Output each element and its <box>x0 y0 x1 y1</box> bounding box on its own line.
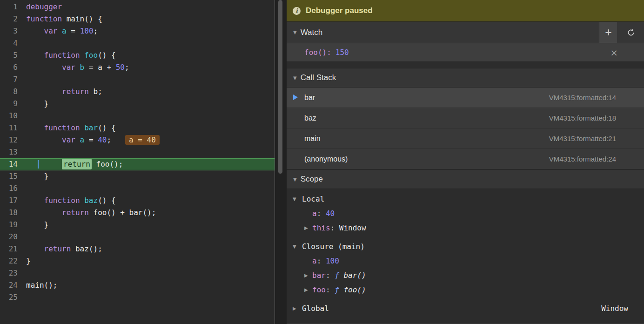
code-token: ; <box>94 27 98 35</box>
callstack-frame[interactable]: bazVM4315:formatted:18 <box>287 108 644 128</box>
execution-token: return <box>62 159 92 169</box>
collapse-triangle-icon[interactable]: ▼ <box>293 30 297 35</box>
code-token: () { <box>98 51 116 60</box>
collapse-triangle-icon[interactable]: ▼ <box>293 244 302 249</box>
watch-section-header[interactable]: ▼ Watch + <box>287 21 644 43</box>
frame-name: baz <box>304 114 316 122</box>
scope-variable[interactable]: ▶bar: ƒ bar() <box>287 268 644 283</box>
line-number[interactable]: 12 <box>0 134 22 146</box>
callstack-frame[interactable]: barVM4315:formatted:14 <box>287 88 644 108</box>
expand-triangle-icon[interactable]: ▶ <box>304 225 312 230</box>
code-line: 8 return b; <box>0 86 275 98</box>
line-number[interactable]: 7 <box>0 74 22 86</box>
code-text <box>22 110 275 122</box>
code-token <box>26 63 62 72</box>
scope-title: Scope <box>301 175 323 184</box>
code-token <box>26 123 44 132</box>
code-token: = <box>67 27 80 35</box>
line-number[interactable]: 9 <box>0 98 22 110</box>
line-number[interactable]: 19 <box>0 219 22 231</box>
variable-name: bar <box>312 271 326 280</box>
code-text: return foo(); <box>22 159 275 170</box>
panel-splitter[interactable] <box>275 0 287 324</box>
line-number[interactable]: 13 <box>0 146 22 158</box>
scope-section-toggle[interactable]: ▼Closure (main) <box>287 239 644 254</box>
line-number[interactable]: 1 <box>0 1 22 13</box>
code-line: 10 <box>0 110 275 122</box>
code-token: 40 <box>98 135 107 144</box>
code-line: 24main(); <box>0 279 275 291</box>
line-number[interactable]: 14 <box>0 159 22 170</box>
code-text: var a = 40;a = 40 <box>22 134 275 146</box>
code-token: bar <box>84 123 98 132</box>
variable-value: Window <box>339 223 366 232</box>
callstack-title: Call Stack <box>301 73 336 82</box>
current-frame-icon <box>293 94 304 102</box>
line-number[interactable]: 2 <box>0 13 22 25</box>
variable-name: a <box>312 209 317 218</box>
line-number[interactable]: 20 <box>0 231 22 243</box>
remove-watch-icon[interactable]: × <box>610 47 618 58</box>
code-token: main(); <box>26 281 57 290</box>
add-watch-button[interactable]: + <box>599 22 618 43</box>
line-number[interactable]: 17 <box>0 195 22 207</box>
code-token <box>26 51 44 60</box>
code-text: } <box>22 255 275 267</box>
source-editor-pane: 1debugger2function main() {3 var a = 100… <box>0 0 275 324</box>
callstack-title-wrap: ▼ Call Stack <box>287 68 336 87</box>
line-number[interactable]: 6 <box>0 61 22 74</box>
collapse-triangle-icon[interactable]: ▼ <box>293 177 297 182</box>
collapse-triangle-icon[interactable]: ▼ <box>293 196 302 202</box>
info-icon: i <box>293 7 301 15</box>
line-number[interactable]: 10 <box>0 110 22 122</box>
line-number[interactable]: 3 <box>0 25 22 37</box>
collapse-triangle-icon[interactable]: ▼ <box>293 75 297 81</box>
watch-expression-row[interactable]: foo():150× <box>287 43 644 62</box>
code-line: 2function main() { <box>0 13 275 25</box>
line-number[interactable]: 15 <box>0 170 22 182</box>
variable-name: this <box>312 223 330 232</box>
line-number[interactable]: 23 <box>0 267 22 279</box>
line-number[interactable]: 4 <box>0 37 22 49</box>
code-text <box>22 37 275 49</box>
code-text: function main() { <box>22 13 275 25</box>
callstack-frame[interactable]: mainVM4315:formatted:21 <box>287 128 644 149</box>
expand-triangle-icon[interactable]: ▶ <box>293 306 302 311</box>
refresh-watch-button[interactable] <box>618 22 644 43</box>
code-editor[interactable]: 1debugger2function main() {3 var a = 100… <box>0 1 275 304</box>
line-number[interactable]: 18 <box>0 207 22 219</box>
code-token: main() { <box>62 14 102 23</box>
line-number[interactable]: 11 <box>0 122 22 134</box>
scope-section-header[interactable]: ▼ Scope <box>287 169 644 189</box>
line-number[interactable]: 16 <box>0 182 22 195</box>
code-token <box>57 27 62 35</box>
scope-section-toggle[interactable]: ▼Local <box>287 192 644 206</box>
variable-value: 40 <box>326 209 335 218</box>
line-number[interactable]: 21 <box>0 243 22 255</box>
scope-section-toggle[interactable]: ▶GlobalWindow <box>287 301 644 316</box>
code-token <box>26 135 62 144</box>
code-token: b <box>80 63 85 72</box>
variable-value: bar() <box>339 271 366 280</box>
line-number[interactable]: 8 <box>0 86 22 98</box>
line-number[interactable]: 24 <box>0 279 22 291</box>
code-line: 16 <box>0 182 275 195</box>
code-token: var <box>44 27 58 35</box>
code-token: return <box>62 87 89 96</box>
callstack-frame[interactable]: (anonymous)VM4315:formatted:24 <box>287 149 644 169</box>
line-number[interactable]: 5 <box>0 49 22 61</box>
scope-variable[interactable]: ▶foo: ƒ foo() <box>287 283 644 297</box>
scope-section: ▼Locala: 40▶this: Window <box>287 192 644 235</box>
frame-name: main <box>304 135 321 143</box>
editor-scrollbar-thumb[interactable] <box>278 0 282 174</box>
code-token: 100 <box>80 27 94 35</box>
expand-triangle-icon[interactable]: ▶ <box>304 273 312 278</box>
code-line: 23 <box>0 267 275 279</box>
line-number[interactable]: 25 <box>0 291 22 304</box>
line-number[interactable]: 22 <box>0 255 22 267</box>
expand-triangle-icon[interactable]: ▶ <box>304 287 312 292</box>
callstack-section-header[interactable]: ▼ Call Stack <box>287 68 644 88</box>
scope-section-value: Window <box>601 304 644 313</box>
variable-value: ƒ <box>335 271 339 280</box>
scope-variable[interactable]: ▶this: Window <box>287 221 644 235</box>
